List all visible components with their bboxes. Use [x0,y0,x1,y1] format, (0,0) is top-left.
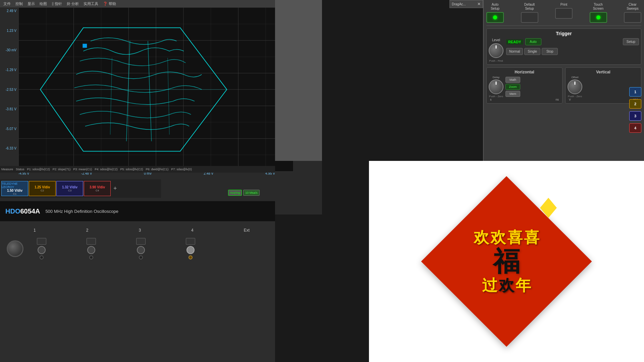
channel-4-block[interactable]: 3.90 V/div C4 [84,181,111,196]
x-label-1: -2.48 V [81,172,92,178]
menu-pointer[interactable]: ∥ 指针 [50,1,64,7]
clear-sweeps-button[interactable] [624,12,641,23]
x-label-4: 4.95 V [265,172,275,178]
svg-rect-24 [83,44,87,48]
status-p6: P6: dwid@lv(C1) [146,168,169,171]
y-label-3: -1.29 V [1,68,18,72]
status-p5: P5: sdos@lv(C2) [120,168,143,171]
vertical-units: V mV [568,98,639,101]
menu-tools[interactable]: 实用工具 [82,1,100,7]
drag-handle-text: DragAc... [452,2,466,6]
drag-handle[interactable]: DragAc... ✕ [449,0,483,8]
ch3-button[interactable]: 3 [629,111,641,121]
front-ext-label: Ext [244,228,250,233]
print-button[interactable] [555,8,573,19]
hardware-control-panel: AutoSetup DefaultSetup Print TouchScreen… [483,0,644,161]
hdo-description: 500 MHz High Definition Oscilloscope [45,209,118,214]
trigger-normal-button[interactable]: Normal [506,48,523,55]
touch-screen-button[interactable] [590,12,607,23]
vertical-unit-v: V [569,98,571,101]
char-xi1: 喜 [507,229,523,246]
default-setup-label: DefaultSetup [524,3,535,11]
top-characters-row: 欢 欢 喜 喜 [474,229,539,246]
front-ch1-label: 1 [34,228,36,233]
horizontal-delay-knob[interactable] [489,79,503,94]
trigger-level-knob[interactable] [489,43,503,58]
print-label: Print [560,3,568,7]
svg-line-20 [148,41,152,141]
acq-rate-button[interactable]: 10 Msa/s [243,190,260,196]
menu-file[interactable]: 文件 [1,1,13,7]
horizontal-group: Horizontal Delay Push - Zero Math Zoom M… [486,67,562,104]
y-label-7: -6.33 V [1,146,18,150]
acquisition-controls: Acq'ing 10 Msa/s [228,186,275,199]
char-huan2: 欢 [490,229,506,246]
trigger-level-group: Level Push - Find [489,38,503,62]
auto-setup-label: AutoSetup [491,3,499,11]
trigger-mode-row: Normal Single Stop [506,48,558,55]
front-panel: 1 2 3 4 Ext [0,221,275,362]
front-ch3-label: 3 [139,228,141,233]
horizontal-delay-label: Delay [493,76,499,79]
y-label-4: -2.53 V [1,88,18,92]
char-xi2: 喜 [524,229,539,246]
vertical-push-zero: Push - Zero [568,95,582,98]
touch-screen-label: TouchScreen [593,3,604,11]
close-button[interactable]: ✕ [477,2,481,6]
menu-control[interactable]: 控制 [13,1,25,7]
mem-button[interactable]: Mem [505,91,520,97]
ch4-button[interactable]: 4 [629,123,641,133]
vertical-offset-knob[interactable] [568,79,582,94]
menu-display[interactable]: 显示 [25,1,37,7]
status-measure: Measure [1,168,13,171]
print-group: Print [555,3,573,23]
celebration-image-overlay: 欢 欢 喜 喜 福 过 欢 年 [369,161,644,362]
touch-screen-group: TouchScreen [590,3,607,23]
menu-draw[interactable]: 绘图 [38,1,49,7]
channel-3-block[interactable]: 1.32 V/div C3 [56,181,83,196]
acq-status-button[interactable]: Acq'ing [228,190,242,196]
channel-2-block[interactable]: 1.25 V/div C2 [29,181,56,196]
status-p2: P2: slope(71) [53,168,71,171]
status-bar: Measure Status P1: sdos@lv(C2) P2: slope… [0,166,275,173]
trigger-auto-button[interactable]: Auto [525,38,541,45]
y-label-2: -30 mV [1,48,18,52]
status-p1: P1: sdos@lv(C2) [27,168,50,171]
horizontal-units: s ns [489,98,560,101]
oscilloscope-grid [19,8,293,171]
channel-legend: TELEDYNE LECROY 1.50 V/div C1 1.25 V/div… [0,179,161,198]
char-huan1: 欢 [474,229,489,246]
add-channel-button[interactable]: + [111,185,119,192]
channel-1-block[interactable]: TELEDYNE LECROY 1.50 V/div C1 [1,181,28,196]
clear-sweeps-group: ClearSweeps [624,3,641,23]
trigger-section: Trigger Level Push - Find READY Auto Nor… [486,28,641,65]
diamond-container: 欢 欢 喜 喜 福 过 欢 年 [423,178,590,345]
ch1-button[interactable]: 1 [629,87,641,97]
y-label-5: -3.81 V [1,107,18,111]
front-ch4-label: 4 [191,228,194,233]
waveform-display[interactable] [18,7,293,172]
menu-analysis[interactable]: 卦 分析 [65,1,81,7]
trigger-stop-button[interactable]: Stop [542,48,558,55]
menu-help[interactable]: ❓ 帮助 [101,1,118,7]
trigger-buttons-group: READY Auto Normal Single Stop [506,38,558,55]
ch2-button[interactable]: 2 [629,99,641,109]
trigger-ready-badge: READY [506,39,523,45]
svg-line-22 [168,58,169,134]
default-setup-button[interactable] [521,12,538,23]
horizontal-unit-ns: ns [555,98,559,101]
bottom-characters-row: 过 欢 年 [474,277,539,294]
zoom-button[interactable]: Zoom [505,84,520,90]
x-label-0: -4.95 V [18,172,29,178]
y-axis-labels: 2.49 V 1.23 V -30 mV -1.29 V -2.53 V -3.… [0,7,18,172]
auto-setup-group: AutoSetup [486,3,504,23]
trigger-setup-button[interactable]: Setup [623,38,639,45]
status-p7: P7: sdas@lv(0) [171,168,192,171]
status-state: Status [16,168,24,171]
hdo-panel: HDO6054A 500 MHz High Definition Oscillo… [0,201,275,221]
trigger-single-button[interactable]: Single [524,48,540,55]
trigger-controls: Level Push - Find READY Auto Normal Sing… [489,38,639,62]
char-guo: 过 [482,277,497,294]
auto-setup-button[interactable] [486,12,504,23]
math-button[interactable]: Math [505,77,520,83]
